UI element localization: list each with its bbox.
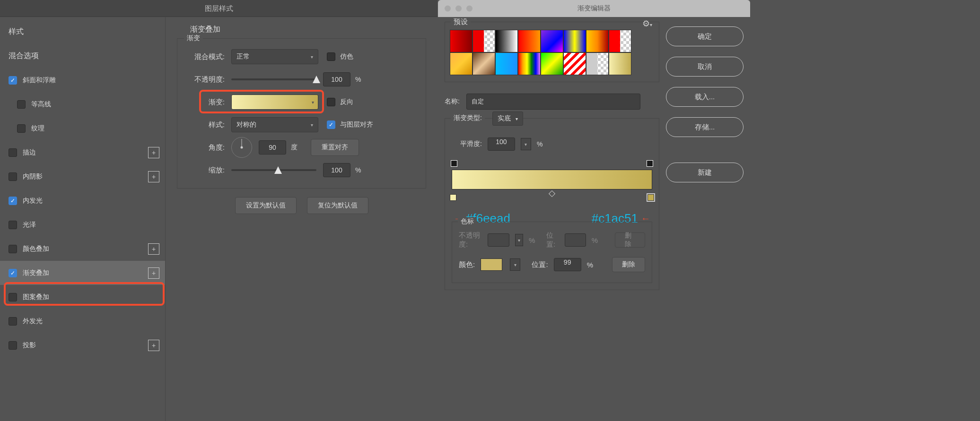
color-dropdown[interactable]: ▾ — [510, 258, 520, 271]
sidebar-header-blend[interactable]: 混合选项 — [0, 44, 165, 68]
checkbox-icon[interactable] — [9, 76, 17, 85]
sidebar-header-styles[interactable]: 样式 — [0, 20, 165, 44]
preset-swatch[interactable] — [541, 52, 563, 75]
checkbox-icon[interactable] — [9, 172, 17, 181]
opacity-input[interactable]: 100 — [323, 72, 350, 86]
delete-opacity-stop-button: 删除 — [615, 232, 645, 248]
reverse-checkbox[interactable] — [327, 98, 335, 106]
preset-swatch[interactable] — [563, 52, 586, 75]
reset-align-button[interactable]: 重置对齐 — [311, 139, 359, 156]
new-button[interactable]: 新建 — [666, 163, 744, 182]
sidebar-item-label: 光泽 — [23, 221, 36, 229]
plus-icon[interactable]: + — [148, 243, 159, 255]
sidebar-item-color-overlay[interactable]: 颜色叠加 + — [0, 237, 165, 261]
plus-icon[interactable]: + — [148, 171, 159, 182]
gradient-picker[interactable]: ▾ — [231, 95, 318, 110]
scale-input[interactable]: 100 — [323, 163, 350, 177]
reset-default-button[interactable]: 复位为默认值 — [307, 197, 368, 214]
plus-icon[interactable]: + — [148, 267, 159, 279]
opacity-slider[interactable] — [231, 78, 316, 80]
preset-swatch[interactable] — [518, 52, 541, 75]
sidebar-item-pattern-overlay[interactable]: 图案叠加 — [0, 285, 165, 309]
make-default-button[interactable]: 设置为默认值 — [235, 197, 297, 214]
color-stop-left[interactable] — [450, 194, 456, 201]
preset-swatch[interactable] — [495, 52, 518, 75]
sidebar-item-outer-glow[interactable]: 外发光 — [0, 309, 165, 333]
preset-swatch[interactable] — [495, 30, 518, 52]
preset-swatch[interactable] — [472, 52, 495, 75]
preset-swatch[interactable] — [518, 30, 541, 52]
preset-swatch[interactable] — [472, 30, 495, 52]
preset-swatch[interactable] — [563, 30, 586, 52]
sidebar-item-drop-shadow[interactable]: 投影 + — [0, 333, 165, 357]
dither-checkbox[interactable] — [327, 52, 335, 61]
preset-swatch[interactable] — [586, 52, 609, 75]
load-button[interactable]: 载入... — [666, 87, 744, 107]
cancel-button[interactable]: 取消 — [666, 57, 744, 77]
color-pos-input[interactable]: 99 — [554, 258, 581, 271]
sidebar-item-inner-shadow[interactable]: 内阴影 + — [0, 164, 165, 189]
close-icon[interactable] — [445, 6, 451, 12]
scale-slider[interactable] — [231, 169, 316, 171]
sidebar-item-gradient-overlay[interactable]: 渐变叠加 + — [0, 261, 165, 285]
checkbox-icon[interactable] — [9, 197, 17, 205]
gear-icon[interactable]: ⚙▾ — [642, 18, 652, 29]
color-well[interactable] — [481, 258, 502, 271]
smoothness-input[interactable]: 100 — [488, 137, 515, 151]
midpoint-handle[interactable] — [549, 190, 555, 197]
ok-button[interactable]: 确定 — [666, 26, 744, 46]
checkbox-icon[interactable] — [17, 124, 26, 133]
preset-swatch[interactable] — [450, 30, 472, 52]
chevron-down-icon: ▾ — [311, 122, 313, 128]
blend-mode-select[interactable]: 正常 ▾ — [231, 49, 318, 64]
angle-input[interactable]: 90 — [259, 140, 286, 155]
delete-color-stop-button[interactable]: 删除 — [612, 257, 645, 272]
sidebar-item-satin[interactable]: 光泽 — [0, 213, 165, 237]
reverse-label: 反向 — [340, 98, 353, 106]
window-controls[interactable] — [445, 6, 472, 12]
checkbox-icon[interactable] — [9, 148, 17, 157]
smoothness-dropdown[interactable]: ▾ — [521, 138, 531, 150]
stops-legend: 色标 — [458, 217, 477, 226]
preset-swatch[interactable] — [450, 52, 472, 75]
gradient-editor-titlebar: 渐变编辑器 — [438, 0, 750, 17]
checkbox-icon[interactable] — [9, 341, 17, 350]
checkbox-icon[interactable] — [9, 245, 17, 253]
sidebar-item-label: 外发光 — [23, 317, 43, 326]
sidebar-item-texture[interactable]: 纹理 — [0, 116, 165, 140]
slider-knob-icon[interactable] — [274, 166, 282, 174]
angle-dial[interactable] — [231, 137, 252, 158]
checkbox-icon[interactable] — [9, 317, 17, 326]
sidebar-item-contour[interactable]: 等高线 — [0, 92, 165, 116]
maximize-icon[interactable] — [466, 6, 472, 12]
checkbox-icon[interactable] — [9, 221, 17, 229]
slider-knob-icon[interactable] — [313, 76, 320, 83]
sidebar-item-stroke[interactable]: 描边 + — [0, 140, 165, 164]
save-button[interactable]: 存储... — [666, 117, 744, 137]
gradient-bar[interactable] — [452, 160, 652, 201]
plus-icon[interactable]: + — [148, 340, 159, 351]
plus-icon[interactable]: + — [148, 147, 159, 158]
opacity-stop-right[interactable] — [647, 160, 653, 167]
checkbox-icon[interactable] — [17, 100, 26, 109]
preset-swatch[interactable] — [609, 30, 631, 52]
panel-section-title: 渐变叠加 — [190, 25, 426, 34]
minimize-icon[interactable] — [455, 6, 462, 12]
sidebar-item-inner-glow[interactable]: 内发光 — [0, 189, 165, 213]
gradient-preview[interactable] — [452, 170, 652, 189]
gradient-type-select[interactable]: 实底 ▾ — [492, 112, 523, 126]
style-label: 样式: — [185, 120, 225, 129]
preset-swatch[interactable] — [609, 52, 631, 75]
align-label: 与图层对齐 — [340, 120, 373, 129]
opacity-stop-left[interactable] — [451, 160, 457, 167]
sidebar-item-bevel[interactable]: 斜面和浮雕 — [0, 68, 165, 92]
name-input[interactable] — [466, 94, 640, 110]
preset-swatch[interactable] — [541, 30, 563, 52]
preset-swatch[interactable] — [586, 30, 609, 52]
checkbox-icon[interactable] — [9, 269, 17, 277]
color-stop-right[interactable] — [648, 194, 654, 201]
align-checkbox[interactable] — [327, 120, 335, 129]
gradient-editor-dialog: 渐变编辑器 预设 ⚙▾ 名称: 渐变类型: 实底 ▾ — [438, 0, 750, 421]
checkbox-icon[interactable] — [9, 293, 17, 301]
style-select[interactable]: 对称的 ▾ — [231, 117, 318, 132]
